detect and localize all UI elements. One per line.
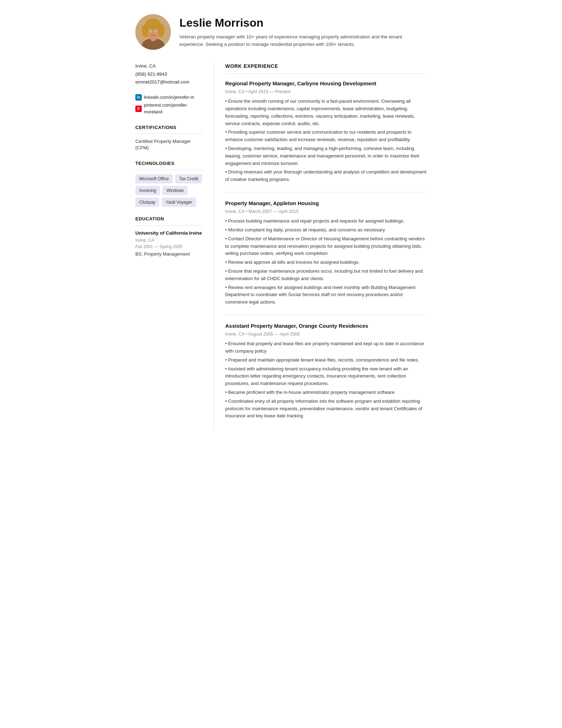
main-content: WORK EXPERIENCE Regional Property Manage… — [214, 63, 427, 430]
edu-dates: Fall 2001 — Spring 2005 — [135, 243, 204, 250]
svg-point-12 — [147, 32, 150, 34]
header-section: Leslie Morrison Veteran property manager… — [135, 14, 427, 50]
job-title-1: Property Manager, Appleton Housing — [225, 199, 427, 208]
job-title-2: Assistant Property Manager, Orange Count… — [225, 322, 427, 330]
education-heading: EDUCATION — [135, 215, 204, 223]
pinterest-row: P pinterest.com/jennifer-moreland — [135, 102, 204, 116]
cert-item: Certified Property Manager (CPM) — [135, 138, 204, 151]
job-title-0: Regional Property Manager, Carbyne Housi… — [225, 80, 427, 88]
work-experience-section: WORK EXPERIENCE Regional Property Manage… — [225, 63, 427, 420]
pinterest-label: pinterest.com/jennifer-moreland — [144, 102, 204, 116]
job-divider-1 — [225, 315, 427, 315]
candidate-summary: Veteran property manager with 10+ years … — [179, 33, 407, 48]
job-bullet-1-0: • Process building maintenance and repai… — [225, 218, 427, 225]
linkedin-icon: in — [135, 94, 142, 101]
job-bullet-2-0: • Ensured that property and lease files … — [225, 340, 427, 355]
certifications-section: CERTIFICATIONS Certified Property Manage… — [135, 124, 204, 151]
job-bullet-2-1: • Prepared and maintain appropriate tena… — [225, 357, 427, 364]
job-meta-2: Irvine, CA • August 2005 — April 2006 — [225, 331, 427, 338]
job-block-2: Assistant Property Manager, Orange Count… — [225, 322, 427, 420]
work-experience-heading: WORK EXPERIENCE — [225, 63, 427, 70]
job-meta-1: Irvine, CA • March 2007 — April 2015 — [225, 208, 427, 215]
job-bullet-1-3: • Review and approve all bills and invoi… — [225, 259, 427, 266]
header-text: Leslie Morrison Veteran property manager… — [179, 14, 407, 48]
email: emmet2017@hotmail.com — [135, 79, 204, 86]
pinterest-icon: P — [135, 106, 142, 112]
technologies-heading: TECHNOLOGIES — [135, 160, 204, 167]
certifications-heading: CERTIFICATIONS — [135, 124, 204, 131]
job-bullet-1-5: • Review rent arrearages for assigned bu… — [225, 284, 427, 306]
education-section: EDUCATION University of California Irvin… — [135, 215, 204, 257]
candidate-name: Leslie Morrison — [179, 14, 407, 31]
job-block-1: Property Manager, Appleton Housing Irvin… — [225, 199, 427, 306]
contact-section: Irvine, CA (858) 921-9943 emmet2017@hotm… — [135, 63, 204, 86]
tech-tag-3: Windows — [162, 186, 188, 195]
job-meta-0: Irvine, CA • April 2015 — Present — [225, 89, 427, 95]
job-bullet-0-3: • Driving revenues with your thorough un… — [225, 168, 427, 183]
job-bullets-1: • Process building maintenance and repai… — [225, 218, 427, 306]
job-bullet-1-4: • Ensure that regular maintenance proced… — [225, 268, 427, 283]
avatar — [135, 14, 171, 50]
svg-point-6 — [157, 24, 164, 37]
job-bullets-2: • Ensured that property and lease files … — [225, 340, 427, 420]
edu-school: University of California Irvine — [135, 230, 204, 236]
tech-tag-4: Clickpay — [135, 198, 159, 207]
main-layout: Irvine, CA (858) 921-9943 emmet2017@hotm… — [135, 63, 427, 430]
job-bullet-0-2: • Developing, mentoring, leading, and ma… — [225, 145, 427, 167]
social-section: in linkedin.com/in/jennifer-m P pinteres… — [135, 94, 204, 116]
technologies-divider — [135, 170, 204, 170]
education-divider — [135, 225, 204, 226]
job-bullet-0-0: • Ensure the smooth running of our commu… — [225, 98, 427, 127]
tech-tags: Microsoft Office Tax Credit Invoicing Wi… — [135, 174, 204, 207]
linkedin-row: in linkedin.com/in/jennifer-m — [135, 94, 204, 101]
svg-point-5 — [142, 24, 149, 37]
resume-page: Leslie Morrison Veteran property manager… — [121, 0, 441, 451]
tech-tag-2: Invoicing — [135, 186, 160, 195]
phone: (858) 921-9943 — [135, 71, 204, 78]
job-bullet-1-2: • Contact Director of Maintenance or Dir… — [225, 235, 427, 257]
job-bullets-0: • Ensure the smooth running of our commu… — [225, 98, 427, 183]
technologies-section: TECHNOLOGIES Microsoft Office Tax Credit… — [135, 160, 204, 207]
tech-tag-5: Yardi Voyager — [162, 198, 196, 207]
location: Irvine, CA — [135, 63, 204, 70]
job-bullet-1-1: • Monitor complaint log daily, process a… — [225, 226, 427, 234]
edu-location: Irvine, CA — [135, 237, 204, 243]
job-divider-0 — [225, 192, 427, 192]
work-experience-divider — [225, 74, 427, 74]
tech-tag-0: Microsoft Office — [135, 174, 173, 183]
job-bullet-0-1: • Providing superior customer service an… — [225, 129, 427, 144]
svg-point-11 — [152, 32, 154, 34]
job-bullet-2-4: • Coordinated entry of all property info… — [225, 398, 427, 420]
svg-point-10 — [155, 30, 157, 32]
job-bullet-2-2: • Assisted with administering tenant occ… — [225, 365, 427, 387]
svg-point-9 — [150, 30, 151, 32]
linkedin-label: linkedin.com/in/jennifer-m — [144, 94, 194, 101]
tech-tag-1: Tax Credit — [175, 174, 202, 183]
job-bullet-2-3: • Became proficient with the in-house ad… — [225, 389, 427, 396]
edu-degree: BS, Property Management — [135, 251, 204, 258]
sidebar: Irvine, CA (858) 921-9943 emmet2017@hotm… — [135, 63, 214, 430]
svg-point-13 — [156, 32, 160, 34]
certifications-divider — [135, 134, 204, 134]
job-block-0: Regional Property Manager, Carbyne Housi… — [225, 80, 427, 183]
